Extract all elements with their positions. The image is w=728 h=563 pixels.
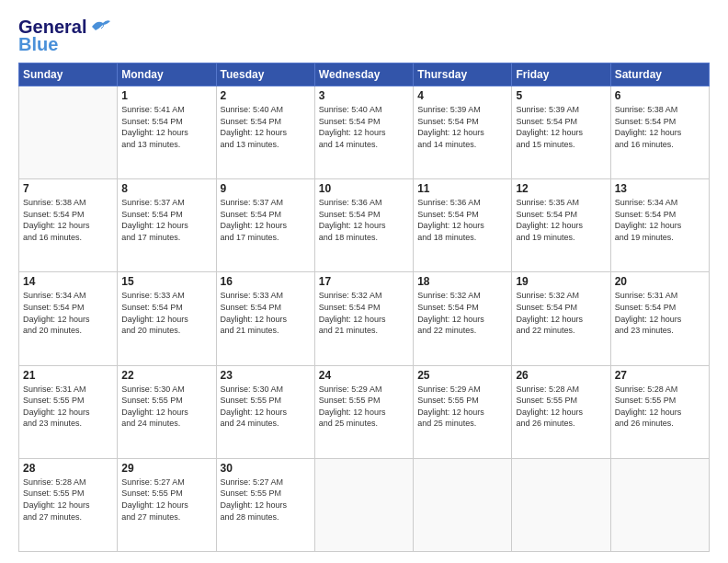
- day-header-thursday: Thursday: [414, 63, 512, 86]
- day-info: Sunrise: 5:27 AM Sunset: 5:55 PM Dayligh…: [221, 477, 311, 523]
- day-number: 8: [121, 182, 211, 195]
- day-number: 28: [23, 462, 113, 475]
- day-info: Sunrise: 5:29 AM Sunset: 5:55 PM Dayligh…: [417, 384, 507, 430]
- calendar-cell: 29Sunrise: 5:27 AM Sunset: 5:55 PM Dayli…: [118, 458, 216, 551]
- day-number: 7: [23, 182, 113, 195]
- calendar-cell: 27Sunrise: 5:28 AM Sunset: 5:55 PM Dayli…: [610, 365, 709, 458]
- calendar-cell: 5Sunrise: 5:39 AM Sunset: 5:54 PM Daylig…: [512, 86, 610, 179]
- day-number: 19: [516, 275, 606, 288]
- day-header-saturday: Saturday: [610, 63, 709, 86]
- day-number: 2: [221, 89, 311, 102]
- day-info: Sunrise: 5:34 AM Sunset: 5:54 PM Dayligh…: [615, 197, 705, 243]
- logo-blue-text: Blue: [18, 34, 58, 55]
- day-info: Sunrise: 5:31 AM Sunset: 5:54 PM Dayligh…: [615, 290, 705, 336]
- calendar-cell: 23Sunrise: 5:30 AM Sunset: 5:55 PM Dayli…: [216, 365, 314, 458]
- day-header-wednesday: Wednesday: [314, 63, 413, 86]
- day-info: Sunrise: 5:37 AM Sunset: 5:54 PM Dayligh…: [221, 197, 311, 243]
- page: General Blue SundayMondayTuesdayWednesda…: [0, 0, 728, 563]
- calendar-cell: 26Sunrise: 5:28 AM Sunset: 5:55 PM Dayli…: [512, 365, 610, 458]
- day-number: 15: [121, 275, 211, 288]
- header: General Blue: [18, 17, 710, 55]
- day-number: 4: [417, 89, 507, 102]
- calendar-cell: 21Sunrise: 5:31 AM Sunset: 5:55 PM Dayli…: [19, 365, 118, 458]
- day-number: 20: [615, 275, 705, 288]
- day-number: 17: [319, 275, 409, 288]
- calendar-cell: [314, 458, 413, 551]
- calendar-cell: 15Sunrise: 5:33 AM Sunset: 5:54 PM Dayli…: [118, 272, 216, 365]
- day-number: 1: [121, 89, 211, 102]
- day-number: 6: [615, 89, 705, 102]
- calendar-cell: 12Sunrise: 5:35 AM Sunset: 5:54 PM Dayli…: [512, 179, 610, 272]
- day-info: Sunrise: 5:28 AM Sunset: 5:55 PM Dayligh…: [516, 384, 606, 430]
- day-number: 29: [121, 462, 211, 475]
- calendar-cell: [414, 458, 512, 551]
- calendar-cell: 19Sunrise: 5:32 AM Sunset: 5:54 PM Dayli…: [512, 272, 610, 365]
- day-info: Sunrise: 5:39 AM Sunset: 5:54 PM Dayligh…: [516, 104, 606, 150]
- calendar-cell: 6Sunrise: 5:38 AM Sunset: 5:54 PM Daylig…: [610, 86, 709, 179]
- calendar-cell: 17Sunrise: 5:32 AM Sunset: 5:54 PM Dayli…: [314, 272, 413, 365]
- calendar-cell: [512, 458, 610, 551]
- day-header-tuesday: Tuesday: [216, 63, 314, 86]
- day-number: 9: [221, 182, 311, 195]
- calendar-week-4: 21Sunrise: 5:31 AM Sunset: 5:55 PM Dayli…: [19, 365, 710, 458]
- calendar-cell: 22Sunrise: 5:30 AM Sunset: 5:55 PM Dayli…: [118, 365, 216, 458]
- day-info: Sunrise: 5:30 AM Sunset: 5:55 PM Dayligh…: [121, 384, 211, 430]
- day-info: Sunrise: 5:38 AM Sunset: 5:54 PM Dayligh…: [23, 197, 113, 243]
- day-info: Sunrise: 5:32 AM Sunset: 5:54 PM Dayligh…: [516, 290, 606, 336]
- day-info: Sunrise: 5:28 AM Sunset: 5:55 PM Dayligh…: [615, 384, 705, 430]
- calendar-cell: 3Sunrise: 5:40 AM Sunset: 5:54 PM Daylig…: [314, 86, 413, 179]
- day-number: 13: [615, 182, 705, 195]
- calendar-cell: 7Sunrise: 5:38 AM Sunset: 5:54 PM Daylig…: [19, 179, 118, 272]
- calendar-cell: 25Sunrise: 5:29 AM Sunset: 5:55 PM Dayli…: [414, 365, 512, 458]
- day-number: 5: [516, 89, 606, 102]
- calendar-cell: 10Sunrise: 5:36 AM Sunset: 5:54 PM Dayli…: [314, 179, 413, 272]
- calendar-cell: 2Sunrise: 5:40 AM Sunset: 5:54 PM Daylig…: [216, 86, 314, 179]
- calendar-week-5: 28Sunrise: 5:28 AM Sunset: 5:55 PM Dayli…: [19, 458, 710, 551]
- calendar-cell: 18Sunrise: 5:32 AM Sunset: 5:54 PM Dayli…: [414, 272, 512, 365]
- day-info: Sunrise: 5:39 AM Sunset: 5:54 PM Dayligh…: [417, 104, 507, 150]
- day-info: Sunrise: 5:34 AM Sunset: 5:54 PM Dayligh…: [23, 290, 113, 336]
- day-number: 21: [23, 369, 113, 382]
- day-info: Sunrise: 5:38 AM Sunset: 5:54 PM Dayligh…: [615, 104, 705, 150]
- day-info: Sunrise: 5:32 AM Sunset: 5:54 PM Dayligh…: [417, 290, 507, 336]
- logo: General Blue: [18, 17, 110, 55]
- calendar-cell: [19, 86, 118, 179]
- calendar-cell: 9Sunrise: 5:37 AM Sunset: 5:54 PM Daylig…: [216, 179, 314, 272]
- day-info: Sunrise: 5:29 AM Sunset: 5:55 PM Dayligh…: [319, 384, 409, 430]
- day-number: 23: [221, 369, 311, 382]
- day-number: 3: [319, 89, 409, 102]
- day-info: Sunrise: 5:33 AM Sunset: 5:54 PM Dayligh…: [121, 290, 211, 336]
- day-info: Sunrise: 5:27 AM Sunset: 5:55 PM Dayligh…: [121, 477, 211, 523]
- day-header-sunday: Sunday: [19, 63, 118, 86]
- day-number: 16: [221, 275, 311, 288]
- day-info: Sunrise: 5:40 AM Sunset: 5:54 PM Dayligh…: [221, 104, 311, 150]
- day-number: 24: [319, 369, 409, 382]
- day-number: 27: [615, 369, 705, 382]
- day-info: Sunrise: 5:28 AM Sunset: 5:55 PM Dayligh…: [23, 477, 113, 523]
- calendar-cell: 30Sunrise: 5:27 AM Sunset: 5:55 PM Dayli…: [216, 458, 314, 551]
- day-info: Sunrise: 5:30 AM Sunset: 5:55 PM Dayligh…: [221, 384, 311, 430]
- calendar-cell: 8Sunrise: 5:37 AM Sunset: 5:54 PM Daylig…: [118, 179, 216, 272]
- day-header-monday: Monday: [118, 63, 216, 86]
- day-info: Sunrise: 5:36 AM Sunset: 5:54 PM Dayligh…: [417, 197, 507, 243]
- calendar-cell: 20Sunrise: 5:31 AM Sunset: 5:54 PM Dayli…: [610, 272, 709, 365]
- day-info: Sunrise: 5:32 AM Sunset: 5:54 PM Dayligh…: [319, 290, 409, 336]
- logo-bird-icon: [90, 17, 110, 34]
- calendar-cell: 4Sunrise: 5:39 AM Sunset: 5:54 PM Daylig…: [414, 86, 512, 179]
- day-header-friday: Friday: [512, 63, 610, 86]
- calendar-header-row: SundayMondayTuesdayWednesdayThursdayFrid…: [19, 63, 710, 86]
- calendar-cell: 24Sunrise: 5:29 AM Sunset: 5:55 PM Dayli…: [314, 365, 413, 458]
- day-info: Sunrise: 5:41 AM Sunset: 5:54 PM Dayligh…: [121, 104, 211, 150]
- calendar-week-3: 14Sunrise: 5:34 AM Sunset: 5:54 PM Dayli…: [19, 272, 710, 365]
- day-number: 12: [516, 182, 606, 195]
- day-number: 11: [417, 182, 507, 195]
- calendar-cell: 11Sunrise: 5:36 AM Sunset: 5:54 PM Dayli…: [414, 179, 512, 272]
- calendar-cell: [610, 458, 709, 551]
- calendar-week-1: 1Sunrise: 5:41 AM Sunset: 5:54 PM Daylig…: [19, 86, 710, 179]
- day-number: 25: [417, 369, 507, 382]
- calendar-week-2: 7Sunrise: 5:38 AM Sunset: 5:54 PM Daylig…: [19, 179, 710, 272]
- calendar-cell: 16Sunrise: 5:33 AM Sunset: 5:54 PM Dayli…: [216, 272, 314, 365]
- day-info: Sunrise: 5:35 AM Sunset: 5:54 PM Dayligh…: [516, 197, 606, 243]
- day-number: 26: [516, 369, 606, 382]
- day-number: 10: [319, 182, 409, 195]
